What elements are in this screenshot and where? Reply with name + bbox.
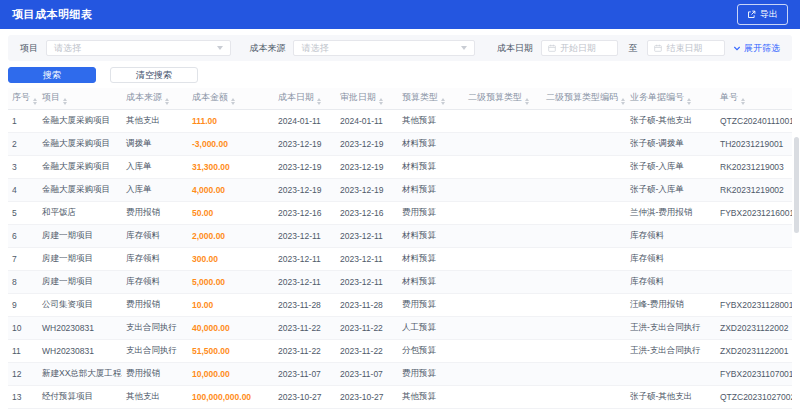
table-cell: 31,300.00 xyxy=(188,156,274,179)
column-header-7[interactable]: 二级预算类型 xyxy=(464,88,542,110)
table-cell: TH20231219001 xyxy=(716,133,792,156)
table-cell: 金融大厦采购项目 xyxy=(38,133,122,156)
table-cell: 库存领料 xyxy=(626,271,716,294)
table-cell: 100,000,000.00 xyxy=(188,386,274,409)
table-cell xyxy=(464,202,542,225)
table-cell: 兰仲淇-费用报销 xyxy=(626,202,716,225)
table-cell: 公司集资项目 xyxy=(38,294,122,317)
table-cell xyxy=(464,340,542,363)
table-cell: 库存领料 xyxy=(626,248,716,271)
table-cell xyxy=(464,363,542,386)
export-button[interactable]: 导出 xyxy=(737,4,788,25)
table-cell: 张子硕-调拨单 xyxy=(626,133,716,156)
table-cell: 13 xyxy=(8,386,38,409)
column-header-6[interactable]: 预算类型 xyxy=(398,88,464,110)
project-select-placeholder: 请选择 xyxy=(54,42,81,55)
source-select[interactable]: 请选择 xyxy=(293,40,475,56)
table-cell: 金融大厦采购项目 xyxy=(38,179,122,202)
table-cell: 材料预算 xyxy=(398,271,464,294)
table-row: 8房建一期项目库存领料5,000.002023-12-112023-12-11材… xyxy=(8,271,792,294)
search-button[interactable]: 搜索 xyxy=(8,67,96,83)
sort-icon[interactable] xyxy=(687,98,691,105)
table-cell: 2023-12-19 xyxy=(274,133,336,156)
table-cell xyxy=(716,271,792,294)
sort-icon[interactable] xyxy=(379,98,383,105)
table-cell: 2024-01-11 xyxy=(336,110,398,133)
chevron-down-icon xyxy=(217,46,223,50)
table-cell: ZXD20231122001 xyxy=(716,340,792,363)
table-cell: 王洪-支出合同执行 xyxy=(626,340,716,363)
project-select[interactable]: 请选择 xyxy=(46,40,231,56)
table-cell: 1 xyxy=(8,110,38,133)
sort-icon[interactable] xyxy=(621,98,625,105)
sort-icon[interactable] xyxy=(33,98,37,105)
table-cell: 材料预算 xyxy=(398,156,464,179)
table-cell: 2023-11-22 xyxy=(274,317,336,340)
table-cell: 2023-12-11 xyxy=(274,248,336,271)
table-cell: 2023-12-19 xyxy=(336,179,398,202)
vertical-scrollbar[interactable] xyxy=(794,105,799,405)
sort-icon[interactable] xyxy=(741,98,745,105)
date-end-input[interactable]: 结束日期 xyxy=(647,40,725,56)
table-row: 1金融大厦采购项目其他支出111.002024-01-112024-01-11其… xyxy=(8,110,792,133)
sort-icon[interactable] xyxy=(231,98,235,105)
column-header-4[interactable]: 成本日期 xyxy=(274,88,336,110)
table-cell: 张子硕-其他支出 xyxy=(626,386,716,409)
table-cell: 2023-12-11 xyxy=(336,225,398,248)
column-header-3[interactable]: 成本金额 xyxy=(188,88,274,110)
table-cell: 51,500.00 xyxy=(188,340,274,363)
filter-panel: 项目 请选择 成本来源 请选择 成本日期 开始日期 至 结束日期 xyxy=(8,35,792,61)
export-icon xyxy=(747,10,756,19)
column-header-9[interactable]: 业务单据编号 xyxy=(626,88,716,110)
column-header-0[interactable]: 序号 xyxy=(8,88,38,110)
table-cell: 2024-01-11 xyxy=(274,110,336,133)
table-row: 5和平饭店费用报销50.002023-12-162023-12-16费用预算兰仲… xyxy=(8,202,792,225)
column-header-2[interactable]: 成本来源 xyxy=(122,88,188,110)
column-header-10[interactable]: 单号 xyxy=(716,88,792,110)
sort-icon[interactable] xyxy=(441,98,445,105)
sort-icon[interactable] xyxy=(317,98,321,105)
chevron-down-icon xyxy=(733,44,741,52)
table-cell: 2023-11-22 xyxy=(336,317,398,340)
table-cell xyxy=(542,133,626,156)
table-cell: 50.00 xyxy=(188,202,274,225)
table-cell: 2023-11-07 xyxy=(274,363,336,386)
date-start-input[interactable]: 开始日期 xyxy=(541,40,619,56)
expand-filter-label: 展开筛选 xyxy=(744,42,780,55)
table-cell: 2023-12-11 xyxy=(274,271,336,294)
date-start-placeholder: 开始日期 xyxy=(560,42,596,55)
table-cell: RK20231219002 xyxy=(716,179,792,202)
table-cell: QTZC20240111001 xyxy=(716,110,792,133)
table-cell: 支出合同执行 xyxy=(122,340,188,363)
scrollbar-thumb[interactable] xyxy=(794,137,799,233)
expand-filter-link[interactable]: 展开筛选 xyxy=(733,42,780,55)
column-header-8[interactable]: 二级预算类型编码 xyxy=(542,88,626,110)
table-cell: 和平饭店 xyxy=(38,202,122,225)
table-cell: 2,000.00 xyxy=(188,225,274,248)
clear-search-button[interactable]: 清空搜索 xyxy=(110,67,198,83)
column-label: 单号 xyxy=(720,92,738,102)
table-cell: 张子硕-其他支出 xyxy=(626,110,716,133)
table-cell: QTZC20231027002 xyxy=(716,386,792,409)
table-cell: 房建一期项目 xyxy=(38,225,122,248)
table-cell xyxy=(464,386,542,409)
table-cell: 材料预算 xyxy=(398,133,464,156)
export-label: 导出 xyxy=(760,8,778,21)
column-header-5[interactable]: 审批日期 xyxy=(336,88,398,110)
table-cell: FYBX20231128001 xyxy=(716,294,792,317)
table-cell xyxy=(716,248,792,271)
sort-icon[interactable] xyxy=(63,98,67,105)
table-cell: 2023-12-11 xyxy=(336,248,398,271)
table-cell xyxy=(542,202,626,225)
table-cell xyxy=(542,386,626,409)
table-cell: 库存领料 xyxy=(122,248,188,271)
column-label: 二级预算类型编码 xyxy=(546,92,618,102)
column-header-1[interactable]: 项目 xyxy=(38,88,122,110)
table-cell: 其他预算 xyxy=(398,386,464,409)
sort-icon[interactable] xyxy=(165,98,169,105)
project-filter-label: 项目 xyxy=(20,42,38,55)
table-cell: 11 xyxy=(8,340,38,363)
table-cell: 2023-11-22 xyxy=(336,340,398,363)
table-cell xyxy=(626,363,716,386)
sort-icon[interactable] xyxy=(525,98,529,105)
